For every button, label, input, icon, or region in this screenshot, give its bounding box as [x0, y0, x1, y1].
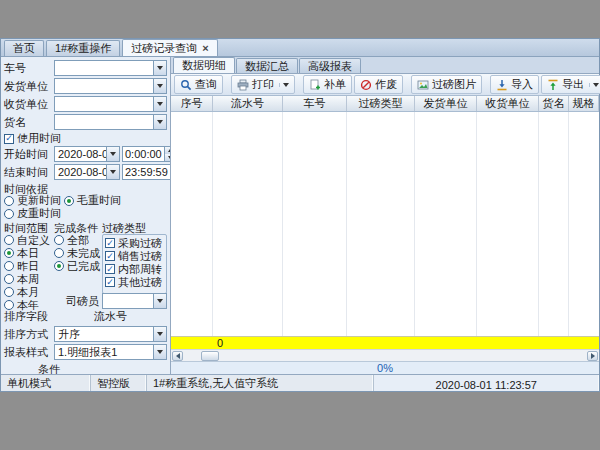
tab-weighing-operation-label: 1#称重操作 — [55, 41, 111, 56]
close-tab-icon[interactable]: × — [202, 43, 208, 54]
results-toolbar: 查询 打印 补单 作废 — [171, 74, 599, 96]
radio-update-time[interactable]: 更新时间 — [4, 195, 64, 207]
radio-finish-complete[interactable]: 已完成 — [54, 260, 102, 272]
print-dropdown-icon[interactable] — [279, 83, 289, 87]
report-style-combo[interactable]: 1.明细报表1 — [54, 344, 167, 360]
tab-data-summary-label: 数据汇总 — [245, 59, 289, 74]
supplement-order-button[interactable]: 补单 — [303, 75, 352, 94]
radio-gross-time[interactable]: 毛重时间 — [64, 195, 121, 207]
scroll-right-icon[interactable] — [587, 351, 598, 361]
radio-icon — [4, 274, 14, 284]
dropdown-arrow-icon[interactable] — [106, 165, 119, 179]
column-header-receiver[interactable]: 收货单位 — [477, 96, 539, 111]
export-dropdown-icon[interactable] — [589, 83, 599, 87]
tab-advanced-report[interactable]: 高级报表 — [299, 58, 361, 73]
shipper-filter-row: 发货单位 — [4, 78, 167, 94]
column-header-shipper[interactable]: 发货单位 — [415, 96, 477, 111]
radio-range-month[interactable]: 本月 — [4, 286, 54, 298]
use-time-label: 使用时间 — [17, 131, 61, 146]
tab-data-detail[interactable]: 数据明细 — [173, 57, 235, 73]
start-time-spinner[interactable]: 0:00:00 — [122, 146, 171, 162]
print-button[interactable]: 打印 — [231, 75, 295, 94]
dropdown-arrow-icon[interactable] — [153, 294, 166, 308]
tab-home[interactable]: 首页 — [4, 40, 44, 56]
export-button[interactable]: 导出 — [541, 75, 600, 94]
tab-data-summary[interactable]: 数据汇总 — [236, 58, 298, 73]
dropdown-arrow-icon[interactable] — [106, 147, 119, 161]
radio-icon — [4, 261, 14, 271]
checkbox-purchase-weigh[interactable]: ✓采购过磅 — [105, 237, 165, 249]
import-button[interactable]: 导入 — [490, 75, 539, 94]
radio-finish-all[interactable]: 全部 — [54, 234, 102, 246]
column-header-vehicle[interactable]: 车号 — [283, 96, 347, 111]
checkbox-internal-transfer[interactable]: ✓内部周转 — [105, 263, 165, 275]
void-icon — [360, 79, 372, 91]
column-header-spec[interactable]: 规格 — [569, 96, 599, 111]
dropdown-arrow-icon[interactable] — [153, 61, 166, 75]
vehicle-filter-combo[interactable] — [54, 60, 167, 76]
radio-range-week[interactable]: 本周 — [4, 273, 54, 285]
radio-range-yesterday[interactable]: 昨日 — [4, 260, 54, 272]
weigh-photo-button[interactable]: 过磅图片 — [411, 75, 482, 94]
spinner-buttons[interactable] — [164, 147, 171, 161]
void-button-label: 作废 — [375, 77, 397, 92]
weigh-type-box: ✓采购过磅 ✓销售过磅 ✓内部周转 ✓其他过磅 — [102, 234, 167, 294]
import-button-label: 导入 — [511, 77, 533, 92]
dropdown-arrow-icon[interactable] — [153, 97, 166, 111]
column-header-goods[interactable]: 货名 — [539, 96, 569, 111]
weigher-row: 司磅员 — [66, 293, 167, 309]
goods-filter-combo[interactable] — [54, 114, 167, 130]
dropdown-arrow-icon[interactable] — [153, 79, 166, 93]
grid-column — [347, 112, 415, 336]
dropdown-arrow-icon[interactable] — [153, 115, 166, 129]
column-header-serial[interactable]: 流水号 — [213, 96, 283, 111]
grid-column — [539, 112, 569, 336]
radio-range-today[interactable]: 本日 — [4, 247, 54, 259]
column-header-index[interactable]: 序号 — [171, 96, 213, 111]
receiver-filter-combo[interactable] — [54, 96, 167, 112]
checkbox-other-weigh[interactable]: ✓其他过磅 — [105, 276, 165, 288]
radio-icon — [4, 300, 14, 310]
report-style-value: 1.明细报表1 — [58, 345, 117, 360]
tab-weighing-operation[interactable]: 1#称重操作 — [46, 40, 120, 56]
scrollbar-thumb[interactable] — [201, 351, 219, 361]
checkbox-sale-weigh[interactable]: ✓销售过磅 — [105, 250, 165, 262]
dropdown-arrow-icon[interactable] — [153, 327, 166, 341]
void-button[interactable]: 作废 — [354, 75, 403, 94]
end-time-spinner[interactable]: 23:59:59 — [122, 164, 171, 180]
tab-record-query-label: 过磅记录查询 — [131, 41, 197, 56]
report-style-label: 报表样式 — [4, 345, 54, 360]
query-button[interactable]: 查询 — [174, 75, 223, 94]
scroll-left-icon[interactable] — [172, 351, 183, 361]
radio-finish-complete-label: 已完成 — [67, 259, 100, 274]
start-time-label: 开始时间 — [4, 147, 54, 162]
checkbox-icon: ✓ — [105, 277, 115, 287]
shipper-filter-label: 发货单位 — [4, 79, 54, 94]
radio-range-year[interactable]: 本年 — [4, 299, 54, 311]
search-icon — [180, 79, 192, 91]
check-icon: ✓ — [5, 134, 13, 143]
sort-order-value: 升序 — [58, 327, 80, 342]
horizontal-scrollbar[interactable] — [171, 349, 599, 361]
start-date-combo[interactable]: 2020-08-01 — [54, 146, 120, 162]
checkbox-other-weigh-label: 其他过磅 — [118, 275, 162, 290]
grid-column — [283, 112, 347, 336]
tab-record-query[interactable]: 过磅记录查询 × — [122, 39, 217, 56]
sort-order-combo[interactable]: 升序 — [54, 326, 167, 342]
status-datetime-label: 2020-08-01 11:23:57 — [436, 379, 537, 391]
column-header-weigh-type[interactable]: 过磅类型 — [347, 96, 415, 111]
weigher-combo[interactable] — [102, 293, 167, 309]
sort-order-row: 排序方式 升序 — [4, 326, 167, 342]
radio-finish-incomplete[interactable]: 未完成 — [54, 247, 102, 259]
dropdown-arrow-icon[interactable] — [153, 345, 166, 359]
weigh-photo-label: 过磅图片 — [432, 77, 476, 92]
radio-tare-time[interactable]: 皮重时间 — [4, 208, 61, 220]
radio-range-custom[interactable]: 自定义 — [4, 234, 54, 246]
end-date-combo[interactable]: 2020-08-01 — [54, 164, 120, 180]
radio-icon — [54, 248, 64, 258]
sort-field-value: 流水号 — [54, 309, 167, 324]
shipper-filter-combo[interactable] — [54, 78, 167, 94]
use-time-checkbox[interactable]: ✓ — [4, 134, 14, 144]
filter-panel: 车号 发货单位 收货单位 货名 — [1, 57, 171, 374]
status-system-panel: 1#称重系统,无人值守系统 — [147, 375, 374, 391]
